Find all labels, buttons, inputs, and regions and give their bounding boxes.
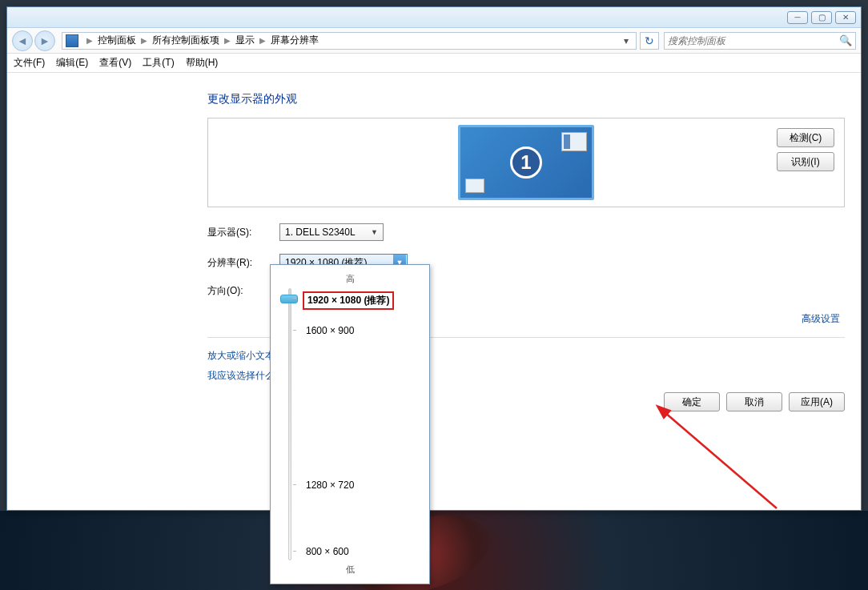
menu-view[interactable]: 查看(V) (99, 56, 131, 70)
menu-file[interactable]: 文件(F) (14, 56, 45, 70)
resolution-option-1600[interactable]: 1600 × 900 (306, 325, 354, 336)
monitor-label: 显示器(S): (207, 226, 279, 239)
apply-button[interactable]: 应用(A) (789, 392, 845, 411)
slider-tick (293, 298, 296, 299)
control-panel-window: ─ ▢ ✕ ◄ ► ▶ 控制面板 ▶ 所有控制面板项 ▶ 显示 ▶ 屏幕分辨率 … (6, 6, 862, 511)
slider-track[interactable] (282, 288, 298, 560)
minimize-button[interactable]: ─ (787, 11, 808, 24)
slider-line (288, 288, 291, 560)
monitor-preview: 1 检测(C) 识别(I) (207, 118, 845, 207)
menu-tools[interactable]: 工具(T) (143, 56, 174, 70)
monitor-icon[interactable]: 1 (458, 125, 594, 200)
maximize-button[interactable]: ▢ (811, 11, 832, 24)
resolution-option-1920[interactable]: 1920 × 1080 (推荐) (303, 291, 394, 310)
monitor-area: 1 (215, 125, 838, 200)
close-button[interactable]: ✕ (835, 11, 856, 24)
page-title: 更改显示器的外观 (207, 92, 845, 106)
breadcrumb-display[interactable]: 显示 (235, 34, 255, 47)
preview-buttons: 检测(C) 识别(I) (777, 128, 834, 171)
slider-area: 1920 × 1080 (推荐) 1600 × 900 1280 × 720 8… (282, 288, 418, 560)
slider-low-label: 低 (282, 564, 418, 576)
identify-button[interactable]: 识别(I) (777, 152, 834, 171)
address-bar[interactable]: ▶ 控制面板 ▶ 所有控制面板项 ▶ 显示 ▶ 屏幕分辨率 ▾ (62, 32, 637, 50)
menu-help[interactable]: 帮助(H) (186, 56, 219, 70)
window-thumb-icon (465, 179, 484, 193)
menu-edit[interactable]: 编辑(E) (56, 56, 88, 70)
resolution-dropdown: 高 1920 × 1080 (推荐) 1600 × 900 1280 × 720… (270, 264, 430, 584)
cancel-button[interactable]: 取消 (726, 392, 782, 411)
content-area: 更改显示器的外观 1 检测(C) 识别(I) 显示器(S): 1. DELL S… (7, 73, 861, 427)
resolution-option-800[interactable]: 800 × 600 (306, 546, 349, 557)
chevron-right-icon: ▶ (141, 36, 147, 45)
slider-tick (293, 484, 296, 485)
refresh-button[interactable]: ↻ (640, 32, 659, 50)
slider-thumb[interactable] (280, 295, 298, 303)
navbar: ◄ ► ▶ 控制面板 ▶ 所有控制面板项 ▶ 显示 ▶ 屏幕分辨率 ▾ ↻ 🔍 (7, 28, 861, 54)
desktop-background (0, 511, 868, 590)
window-thumb-icon (561, 132, 587, 151)
control-panel-icon (66, 34, 78, 47)
advanced-settings-link[interactable]: 高级设置 (802, 313, 840, 324)
menu-bar: 文件(F) 编辑(E) 查看(V) 工具(T) 帮助(H) (7, 54, 861, 73)
address-dropdown-icon[interactable]: ▾ (620, 35, 633, 46)
slider-high-label: 高 (282, 273, 418, 285)
ok-button[interactable]: 确定 (664, 392, 720, 411)
resolution-label: 分辨率(R): (207, 256, 279, 270)
search-input[interactable] (668, 35, 839, 46)
slider-labels: 1920 × 1080 (推荐) 1600 × 900 1280 × 720 8… (306, 288, 418, 560)
chevron-right-icon: ▶ (86, 36, 93, 45)
titlebar: ─ ▢ ✕ (7, 7, 861, 28)
breadcrumb-all[interactable]: 所有控制面板项 (152, 34, 219, 47)
slider-tick (293, 330, 296, 331)
forward-button[interactable]: ► (34, 30, 55, 51)
chevron-down-icon: ▼ (371, 228, 378, 236)
orientation-label: 方向(O): (207, 284, 279, 298)
monitor-row: 显示器(S): 1. DELL S2340L ▼ (207, 223, 845, 241)
detect-button[interactable]: 检测(C) (777, 128, 834, 147)
monitor-select[interactable]: 1. DELL S2340L ▼ (279, 223, 384, 241)
chevron-right-icon: ▶ (224, 36, 231, 45)
search-box[interactable]: 🔍 (664, 32, 856, 50)
monitor-number: 1 (510, 146, 542, 179)
breadcrumb-resolution[interactable]: 屏幕分辨率 (271, 34, 319, 47)
monitor-value: 1. DELL S2340L (285, 227, 356, 238)
chevron-right-icon: ▶ (259, 36, 266, 45)
slider-tick (293, 551, 296, 552)
breadcrumb-cp[interactable]: 控制面板 (98, 34, 136, 47)
back-button[interactable]: ◄ (12, 30, 33, 51)
resolution-option-1280[interactable]: 1280 × 720 (306, 480, 354, 491)
nav-arrows: ◄ ► (12, 30, 57, 51)
search-icon[interactable]: 🔍 (839, 34, 852, 46)
